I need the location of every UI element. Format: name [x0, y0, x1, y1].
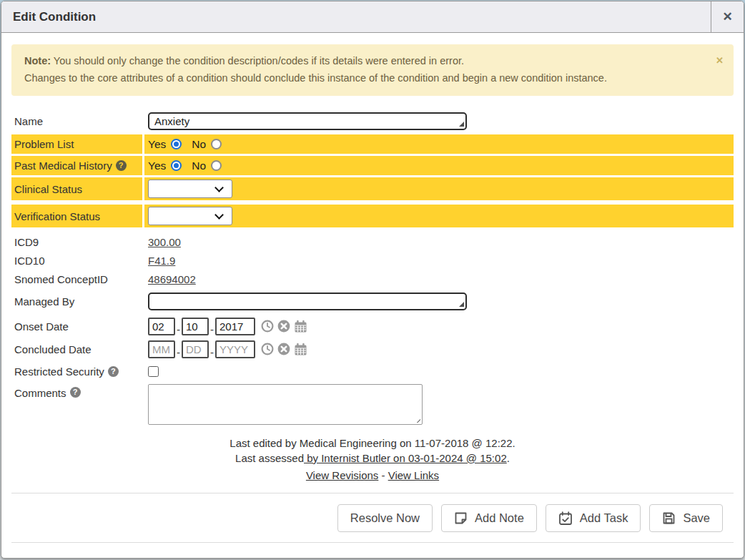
concluded-month-input[interactable]	[148, 340, 175, 358]
verification-status-row: Verification Status	[11, 205, 734, 227]
dialog-header: Edit Condition ✕	[1, 1, 744, 33]
edit-condition-dialog: Edit Condition ✕ Note: You should only c…	[1, 1, 744, 559]
pmh-no-label: No	[192, 159, 206, 172]
snomed-row: Snomed ConceptID 48694002	[11, 270, 734, 288]
icd9-link[interactable]: 300.00	[148, 236, 181, 248]
problem-list-no-radio[interactable]	[211, 139, 222, 149]
x-circle-icon[interactable]	[277, 343, 290, 355]
problem-list-yes-label: Yes	[148, 138, 166, 151]
clock-icon[interactable]	[261, 320, 274, 333]
pmh-yes-label: Yes	[148, 159, 166, 172]
note-prefix: Note:	[24, 55, 51, 67]
concluded-date-label: Concluded Date	[11, 338, 142, 360]
view-revisions-link[interactable]: View Revisions	[306, 469, 378, 481]
icd10-row: ICD10 F41.9	[11, 251, 734, 270]
save-icon	[662, 511, 676, 525]
name-input[interactable]	[148, 112, 467, 130]
chevron-down-icon	[214, 183, 224, 192]
snomed-label: Snomed ConceptID	[11, 270, 142, 288]
date-separator: -	[177, 323, 180, 337]
footer-spacer	[11, 543, 734, 559]
note-line-1: Note: You should only change the conditi…	[24, 52, 705, 69]
name-label: Name	[11, 110, 142, 132]
problem-list-row: Problem List Yes No	[11, 134, 734, 154]
chevron-down-icon	[214, 210, 224, 220]
restricted-security-row: Restricted Security ?	[11, 363, 734, 380]
icd9-row: ICD9 300.00	[11, 232, 734, 251]
last-edited-text: Last edited by Medical Engineering on 11…	[11, 436, 734, 451]
save-button[interactable]: Save	[649, 504, 723, 532]
resolve-now-label: Resolve Now	[350, 511, 420, 525]
clinical-status-select[interactable]	[148, 180, 232, 198]
onset-year-input[interactable]	[215, 318, 255, 335]
name-row: Name	[11, 110, 734, 132]
restricted-security-checkbox[interactable]	[148, 366, 159, 377]
question-circle-icon[interactable]: ?	[70, 387, 81, 398]
onset-date-row: Onset Date - -	[11, 315, 734, 337]
date-separator: -	[210, 346, 214, 360]
question-circle-icon[interactable]: ?	[116, 160, 127, 171]
onset-date-label: Onset Date	[11, 315, 142, 337]
date-separator: -	[210, 323, 214, 337]
verification-status-select[interactable]	[148, 207, 232, 225]
close-icon: ✕	[722, 9, 732, 24]
last-assessed-text: Last assessed by Internist Butler on 03-…	[11, 451, 734, 466]
note-dismiss-icon[interactable]: ✕	[716, 52, 724, 69]
clinical-status-label: Clinical Status	[11, 177, 142, 200]
dialog-title: Edit Condition	[1, 10, 96, 24]
calendar-icon[interactable]	[294, 343, 307, 356]
add-note-label: Add Note	[475, 511, 524, 525]
past-medical-history-row: Past Medical History ? Yes No	[11, 156, 734, 175]
concluded-day-input[interactable]	[182, 340, 209, 358]
problem-list-label: Problem List	[11, 134, 142, 154]
audit-info: Last edited by Medical Engineering on 11…	[11, 436, 734, 483]
snomed-link[interactable]: 48694002	[148, 273, 196, 285]
comments-label: Comments	[14, 387, 66, 399]
date-separator: -	[177, 346, 180, 360]
x-circle-icon[interactable]	[277, 320, 290, 333]
managed-by-row: Managed By	[11, 290, 734, 312]
comments-textarea[interactable]	[148, 384, 423, 425]
onset-day-input[interactable]	[182, 318, 209, 335]
past-medical-history-label: Past Medical History	[14, 159, 112, 172]
managed-by-label: Managed By	[11, 290, 142, 312]
add-task-button[interactable]: Add Task	[546, 504, 641, 532]
save-label: Save	[683, 511, 710, 525]
add-note-button[interactable]: Add Note	[441, 504, 537, 532]
pmh-yes-radio[interactable]	[171, 160, 182, 171]
icd10-link[interactable]: F41.9	[148, 255, 175, 267]
comments-row: Comments ?	[11, 384, 734, 427]
question-circle-icon[interactable]: ?	[108, 366, 119, 377]
clinical-status-row: Clinical Status	[11, 177, 734, 200]
close-button[interactable]: ✕	[711, 1, 744, 33]
links-separator: -	[382, 469, 385, 481]
verification-status-label: Verification Status	[11, 205, 142, 227]
onset-month-input[interactable]	[148, 318, 175, 335]
action-bar: Resolve Now Add Note Add Task Save	[11, 493, 734, 542]
add-task-label: Add Task	[580, 511, 628, 525]
note-icon	[454, 511, 468, 525]
calendar-icon[interactable]	[294, 320, 307, 333]
note-banner: Note: You should only change the conditi…	[11, 44, 734, 96]
view-links-link[interactable]: View Links	[388, 469, 439, 481]
clock-icon[interactable]	[261, 343, 274, 355]
concluded-year-input[interactable]	[215, 340, 255, 358]
note-line-2: Changes to the core attributes of a cond…	[24, 69, 705, 87]
view-links-line: View Revisions - View Links	[11, 468, 734, 483]
icd9-label: ICD9	[11, 232, 142, 251]
pmh-no-radio[interactable]	[211, 160, 222, 171]
task-calendar-icon	[558, 511, 573, 526]
problem-list-no-label: No	[192, 138, 206, 151]
restricted-security-label: Restricted Security	[14, 365, 104, 378]
last-assessed-link[interactable]: by Internist Butler on 03-01-2024 @ 15:0…	[304, 452, 507, 464]
managed-by-input[interactable]	[148, 293, 467, 310]
icd10-label: ICD10	[11, 251, 142, 270]
resolve-now-button[interactable]: Resolve Now	[337, 504, 433, 532]
problem-list-yes-radio[interactable]	[171, 139, 182, 149]
concluded-date-row: Concluded Date - -	[11, 338, 734, 360]
